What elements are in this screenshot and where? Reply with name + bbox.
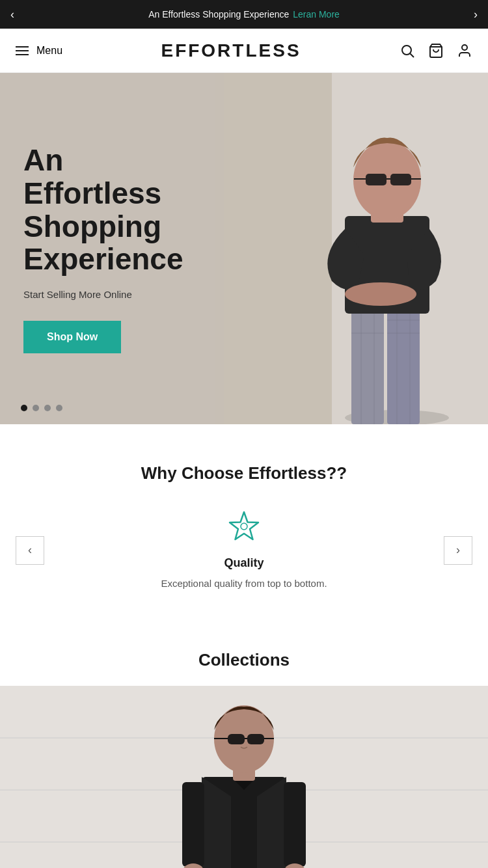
svg-rect-21 (366, 174, 386, 185)
cart-button[interactable] (428, 43, 444, 59)
hero-dot-2[interactable] (33, 405, 39, 411)
svg-rect-7 (351, 307, 384, 424)
why-carousel: ‹ Quality Exceptional quality from top t… (16, 509, 472, 591)
announcement-prev-button[interactable]: ‹ (0, 0, 25, 29)
menu-label: Menu (36, 45, 62, 57)
user-icon (457, 43, 472, 59)
why-feature-title: Quality (224, 556, 264, 570)
header: Menu EFFORTLESS (0, 29, 488, 73)
header-icons (400, 43, 472, 59)
hero-dot-4[interactable] (56, 405, 62, 411)
hero-content: An Effortless Shopping Experience Start … (0, 73, 224, 424)
hero-dot-1[interactable] (21, 405, 27, 411)
account-button[interactable] (457, 43, 472, 59)
hero-dots (21, 405, 62, 411)
search-button[interactable] (400, 43, 415, 59)
svg-rect-35 (284, 782, 306, 867)
why-section-title: Why Choose Effortless?? (16, 463, 472, 483)
svg-rect-41 (247, 734, 264, 744)
collections-title: Collections (0, 650, 488, 670)
why-feature-description: Exceptional quality from top to bottom. (161, 576, 327, 591)
hero-image (215, 73, 488, 424)
chevron-right-icon: › (474, 8, 478, 21)
why-next-button[interactable]: › (444, 536, 472, 565)
announcement-text: An Effortless Shopping Experience (148, 9, 289, 20)
svg-point-3 (462, 45, 467, 50)
chevron-left-icon: ‹ (10, 8, 14, 21)
bag-icon (428, 43, 444, 59)
why-section: Why Choose Effortless?? ‹ Quality Except… (0, 424, 488, 624)
hero-title: An Effortless Shopping Experience (23, 144, 201, 275)
hero-section: An Effortless Shopping Experience Start … (0, 73, 488, 424)
announcement-next-button[interactable]: › (463, 0, 488, 29)
why-prev-button[interactable]: ‹ (16, 536, 44, 565)
collections-image (0, 686, 488, 869)
svg-point-0 (402, 46, 411, 55)
svg-point-27 (241, 523, 247, 530)
announcement-bar: ‹ An Effortless Shopping Experience Lera… (0, 0, 488, 29)
shop-now-button[interactable]: Shop Now (23, 321, 121, 353)
svg-rect-22 (390, 174, 411, 185)
svg-rect-34 (182, 782, 204, 867)
hamburger-icon (16, 46, 29, 55)
svg-rect-40 (228, 734, 245, 744)
star-icon (227, 509, 261, 546)
announcement-link[interactable]: Leran More (293, 9, 340, 20)
menu-button[interactable]: Menu (16, 45, 62, 57)
hero-subtitle: Start Selling More Online (23, 289, 201, 300)
svg-marker-26 (230, 512, 258, 539)
site-logo[interactable]: EFFORTLESS (161, 40, 301, 61)
svg-point-18 (345, 282, 416, 306)
why-feature: Quality Exceptional quality from top to … (44, 509, 444, 591)
collections-section: Collections (0, 624, 488, 869)
search-icon (400, 43, 415, 59)
hero-person-illustration (215, 73, 488, 424)
hero-dot-3[interactable] (44, 405, 51, 411)
svg-line-1 (411, 53, 414, 57)
svg-rect-8 (387, 307, 420, 424)
collection-person-illustration (0, 686, 488, 869)
